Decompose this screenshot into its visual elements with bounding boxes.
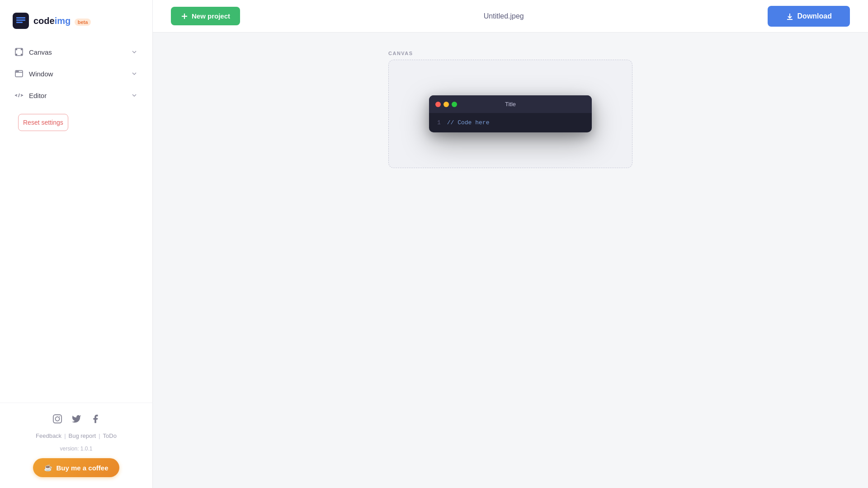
- canvas-preview: Title 1 // Code here: [388, 60, 632, 168]
- window-icon: [14, 69, 24, 78]
- code-window-titlebar: Title: [429, 95, 592, 113]
- separator-1: |: [64, 432, 66, 439]
- beta-badge: beta: [75, 19, 91, 26]
- window-dot-green: [452, 102, 457, 107]
- logo-icon: [13, 13, 29, 29]
- canvas-container: CANVAS Title 1 // Code here: [388, 51, 632, 168]
- sidebar-item-canvas[interactable]: Canvas: [7, 42, 145, 62]
- reset-settings-button[interactable]: Reset settings: [18, 114, 68, 131]
- file-title: Untitled.jpeg: [484, 12, 524, 20]
- separator-2: |: [99, 432, 100, 439]
- version-text: version: 1.0.1: [60, 446, 92, 452]
- plus-icon: [181, 13, 188, 20]
- canvas-label: CANVAS: [388, 51, 632, 56]
- editor-label: Editor: [29, 92, 47, 99]
- sidebar-header: codeimg beta: [0, 0, 152, 38]
- editor-icon: [14, 91, 24, 100]
- code-window: Title 1 // Code here: [429, 95, 592, 132]
- editor-chevron-icon: [131, 92, 138, 99]
- window-title: Title: [505, 101, 516, 108]
- new-project-button[interactable]: New project: [171, 7, 240, 25]
- window-dot-red: [435, 102, 441, 107]
- svg-rect-0: [16, 17, 25, 19]
- buy-coffee-button[interactable]: ☕ Buy me a coffee: [33, 458, 119, 477]
- canvas-label: Canvas: [29, 48, 52, 56]
- canvas-chevron-icon: [131, 48, 138, 56]
- code-body: 1 // Code here: [429, 113, 592, 132]
- twitter-icon[interactable]: [71, 414, 81, 426]
- sidebar-nav: Canvas Window: [0, 38, 152, 403]
- instagram-icon[interactable]: [52, 414, 62, 426]
- window-dot-yellow: [443, 102, 449, 107]
- svg-rect-13: [53, 415, 61, 423]
- code-text: // Code here: [447, 119, 490, 126]
- svg-point-11: [18, 71, 19, 72]
- new-project-label: New project: [192, 12, 230, 20]
- sidebar-footer: Feedback | Bug report | ToDo version: 1.…: [0, 403, 152, 488]
- svg-rect-2: [16, 22, 23, 23]
- canvas-area: CANVAS Title 1 // Code here: [153, 33, 868, 488]
- social-icons: [52, 414, 100, 426]
- line-number: 1: [437, 119, 441, 126]
- todo-link[interactable]: ToDo: [103, 432, 117, 439]
- svg-point-10: [16, 71, 17, 72]
- download-button[interactable]: Download: [768, 6, 850, 27]
- sidebar-item-window[interactable]: Window: [7, 63, 145, 84]
- svg-point-14: [55, 417, 59, 421]
- download-icon: [786, 12, 794, 20]
- coffee-icon: ☕: [44, 464, 52, 472]
- sidebar-item-editor[interactable]: Editor: [7, 85, 145, 106]
- svg-rect-1: [16, 19, 25, 21]
- window-chevron-icon: [131, 70, 138, 77]
- svg-rect-3: [15, 48, 23, 56]
- logo-text: codeimg beta: [33, 16, 91, 26]
- window-label: Window: [29, 70, 53, 78]
- buy-coffee-label: Buy me a coffee: [56, 464, 108, 472]
- main-content: New project Untitled.jpeg Download CANVA…: [153, 0, 868, 488]
- bug-report-link[interactable]: Bug report: [69, 432, 96, 439]
- footer-links: Feedback | Bug report | ToDo: [36, 432, 117, 439]
- svg-point-7: [21, 54, 22, 55]
- svg-point-6: [16, 54, 17, 55]
- sidebar: codeimg beta Canvas: [0, 0, 153, 488]
- window-controls: [435, 102, 457, 107]
- facebook-icon[interactable]: [90, 414, 100, 426]
- svg-point-15: [59, 416, 60, 417]
- feedback-link[interactable]: Feedback: [36, 432, 61, 439]
- canvas-icon: [14, 47, 24, 56]
- topbar: New project Untitled.jpeg Download: [153, 0, 868, 33]
- svg-point-4: [16, 49, 17, 50]
- svg-line-12: [19, 94, 19, 97]
- svg-point-5: [21, 49, 22, 50]
- download-label: Download: [797, 12, 832, 20]
